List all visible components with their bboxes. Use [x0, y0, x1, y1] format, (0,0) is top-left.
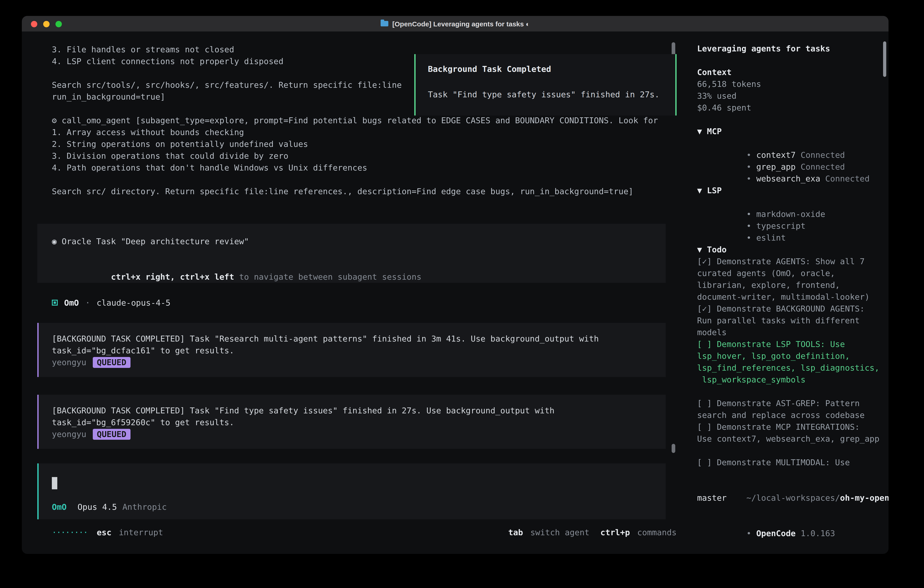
esc-hint: escinterrupt [97, 527, 163, 538]
conversation-pane[interactable]: 3. File handles or streams not closed 4.… [22, 32, 688, 554]
input-provider-name: Anthropic [122, 501, 167, 513]
ctrlp-hint: ctrl+pcommands [601, 527, 676, 538]
todo-item-done: [✓] Demonstrate BACKGROUND AGENTS: Run p… [697, 303, 889, 339]
esc-key: esc [97, 527, 111, 537]
tab-label: switch agent [530, 527, 589, 537]
prompt-input[interactable]: OmO Opus 4.5 Anthropic [37, 463, 666, 519]
task-meta: yeongyuQUEUED [52, 428, 652, 440]
bullet-icon: • [746, 221, 751, 231]
folder-icon [381, 21, 388, 26]
task-user: yeongyu [52, 429, 86, 439]
mcp-name: websearch_exa [756, 174, 820, 183]
agent-header: OmO · claude-opus-4-5 [52, 297, 688, 308]
todo-item-pending: [ ] Demonstrate AST-GREP: Pattern search… [697, 398, 889, 421]
app-version: 1.0.163 [800, 529, 835, 538]
window-title: [OpenCode] Leveraging agents for tasks ◐ [393, 20, 530, 28]
bullet-icon: • [746, 209, 751, 219]
todo-item-pending: [ ] Demonstrate MULTIMODAL: Use [697, 457, 889, 468]
workspace-dir: ~/local-workspaces/ [746, 493, 840, 502]
zoom-button[interactable] [56, 21, 62, 27]
bullet-icon: • [746, 174, 751, 183]
bullet-icon: • [746, 162, 751, 172]
mcp-status: Connected [825, 174, 870, 183]
terminal-line: Search src/ directory. Return specific f… [22, 185, 688, 197]
terminal-window: [OpenCode] Leveraging agents for tasks ◐… [22, 16, 889, 554]
lsp-item: • markdown-oxide [697, 197, 889, 208]
oracle-task-panel: ◉ Oracle Task "Deep architecture review"… [37, 224, 666, 283]
hint-text: to navigate between subagent sessions [234, 272, 422, 281]
task-meta: yeongyuQUEUED [52, 357, 652, 368]
sidebar-scrollbar-thumb[interactable] [883, 41, 886, 77]
mcp-item: • context7 Connected [697, 137, 889, 149]
task-user: yeongyu [52, 357, 86, 367]
mcp-status: Connected [800, 150, 845, 160]
mcp-name: grep_app [756, 162, 795, 172]
desktop: [OpenCode] Leveraging agents for tasks ◐… [0, 0, 924, 588]
mcp-status: Connected [800, 162, 845, 172]
session-title: Leveraging agents for tasks [697, 43, 889, 55]
text-cursor [52, 477, 57, 489]
window-content: 3. File handles or streams not closed 4.… [22, 32, 889, 554]
esc-label: interrupt [119, 527, 163, 537]
lsp-name: typescript [756, 221, 805, 231]
background-task-message: [BACKGROUND TASK COMPLETED] Task "Find t… [37, 395, 666, 449]
app-name: OpenCode [756, 529, 795, 538]
close-button[interactable] [31, 21, 37, 27]
context-tokens: 66,518 tokens [697, 78, 889, 90]
queued-badge: QUEUED [93, 429, 130, 440]
status-right: tabswitch agent ctrl+pcommands [508, 527, 676, 538]
bullet-icon: • [746, 233, 751, 243]
separator-dot: · [85, 297, 90, 307]
input-meta: OmO Opus 4.5 Anthropic [52, 501, 652, 513]
tool-call-line: ⚙ call_omo_agent [subagent_type=explore,… [22, 115, 688, 126]
mcp-name: context7 [756, 150, 795, 160]
terminal-line: 1. Array access without bounds checking [22, 126, 688, 138]
terminal-line: 3. Division operations that could divide… [22, 150, 688, 162]
minimize-button[interactable] [43, 21, 50, 27]
queued-badge: QUEUED [93, 357, 130, 368]
background-task-toast: Background Task Completed Task "Find typ… [414, 54, 676, 116]
terminal-line: 4. Path operations that don't handle Win… [22, 162, 688, 174]
background-task-message: [BACKGROUND TASK COMPLETED] Task "Resear… [37, 323, 666, 377]
lsp-name: markdown-oxide [756, 209, 825, 219]
navigation-hint: ctrl+x right, ctrl+x left to navigate be… [52, 259, 652, 271]
task-message-text: [BACKGROUND TASK COMPLETED] Task "Resear… [52, 333, 652, 357]
terminal-line: 2. String operations on potentially unde… [22, 138, 688, 150]
todo-item-done: [✓] Demonstrate AGENTS: Show all 7 curat… [697, 256, 889, 303]
agent-square-icon [52, 299, 58, 306]
context-used: 33% used [697, 90, 889, 102]
agent-model: claude-opus-4-5 [97, 297, 170, 307]
mcp-heading[interactable]: ▼ MCP [697, 126, 889, 137]
session-sidebar: Leveraging agents for tasks Context 66,5… [688, 32, 889, 554]
toast-body: Task "Find type safety issues" finished … [428, 89, 666, 101]
status-bar: ········ escinterrupt tabswitch agent ct… [52, 527, 676, 538]
ctrlp-label: commands [637, 527, 676, 537]
task-message-text: [BACKGROUND TASK COMPLETED] Task "Find t… [52, 405, 652, 428]
opencode-version: • OpenCode 1.0.163 [697, 516, 889, 527]
workspace-repo: oh-my-opencode: [840, 493, 889, 502]
todo-item-pending: [ ] Demonstrate MCP INTEGRATIONS: Use co… [697, 421, 889, 445]
todo-heading[interactable]: ▼ Todo [697, 244, 889, 256]
input-model-name: Opus 4.5 [78, 501, 117, 513]
bullet-icon: • [746, 150, 751, 160]
context-spent: $0.46 spent [697, 102, 889, 114]
tab-key: tab [508, 527, 523, 537]
window-title-group: [OpenCode] Leveraging agents for tasks ◐ [381, 20, 530, 28]
lsp-name: eslint [756, 233, 786, 243]
todo-item-active: [ ] Demonstrate LSP TOOLS: Use lsp_hover… [697, 339, 889, 386]
tab-hint: tabswitch agent [508, 527, 589, 538]
oracle-task-title: ◉ Oracle Task "Deep architecture review" [52, 236, 652, 248]
toast-title: Background Task Completed [428, 63, 666, 75]
traffic-lights [31, 16, 62, 32]
input-agent-name: OmO [52, 501, 67, 513]
main-scrollbar-thumb[interactable] [672, 444, 675, 453]
hint-keys: ctrl+x right, ctrl+x left [111, 272, 234, 281]
terminal-line: 3. File handles or streams not closed [22, 44, 688, 56]
ctrlp-key: ctrl+p [601, 527, 630, 537]
bullet-icon: • [746, 529, 751, 538]
working-spinner: ········ [52, 527, 87, 538]
agent-name: OmO [64, 297, 79, 307]
context-heading: Context [697, 66, 889, 78]
workspace-path: ~/local-workspaces/oh-my-opencode: [697, 480, 889, 492]
titlebar[interactable]: [OpenCode] Leveraging agents for tasks ◐ [22, 16, 889, 32]
